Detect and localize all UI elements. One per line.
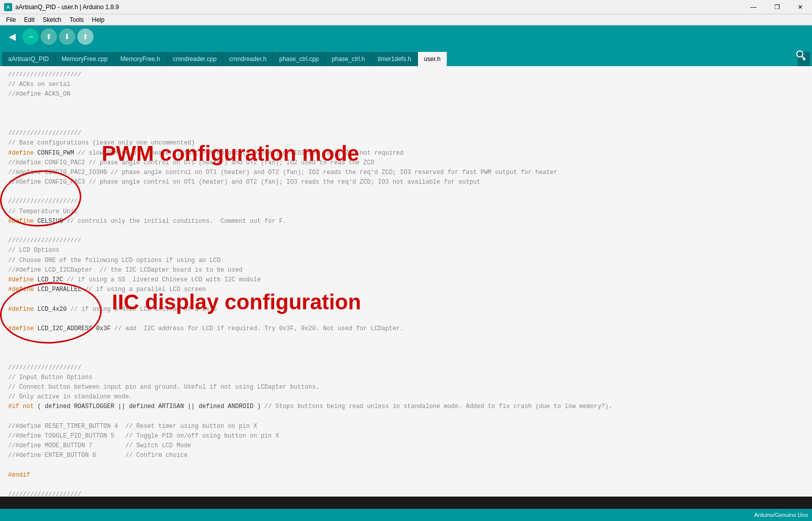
window-controls: — ❐ ✕: [742, 0, 812, 14]
statusbar: Arduino/Genuino Uno: [0, 509, 812, 521]
search-icon[interactable]: [796, 50, 806, 63]
tab-memoryfree-cpp[interactable]: MemoryFree.cpp: [55, 52, 114, 66]
menu-tools[interactable]: Tools: [66, 15, 88, 24]
tab-memoryfree-h[interactable]: MemoryFree.h: [114, 52, 167, 66]
tab-phase-ctrl-h[interactable]: phase_ctrl.h: [325, 52, 371, 66]
tab-timer1defs-h[interactable]: timer1defs.h: [372, 52, 418, 66]
code-editor[interactable]: PWM configuration mode IIC display confi…: [0, 66, 812, 497]
minimize-button[interactable]: —: [742, 0, 765, 14]
tab-cmndreader-cpp[interactable]: cmndreader.cpp: [167, 52, 223, 66]
code-content: //////////////////// // ACKs on serial /…: [0, 66, 812, 497]
upload-button[interactable]: ⬆: [41, 28, 57, 45]
svg-line-1: [802, 56, 805, 60]
tab-user-h[interactable]: user.h: [418, 52, 447, 66]
serial-button[interactable]: ⬆: [77, 28, 94, 45]
board-label: Arduino/Genuino Uno: [754, 512, 808, 518]
window-title: aArtisanQ_PID - user.h | Arduino 1.8.9: [15, 4, 808, 11]
tabs: aArtisanQ_PID MemoryFree.cpp MemoryFree.…: [0, 48, 812, 66]
tab-cmndreader-h[interactable]: cmndreader.h: [223, 52, 273, 66]
menu-file[interactable]: File: [2, 15, 20, 24]
forward-button[interactable]: →: [22, 28, 39, 45]
menu-edit[interactable]: Edit: [20, 15, 39, 24]
bottom-bar: [0, 497, 812, 509]
close-button[interactable]: ✕: [789, 0, 812, 14]
back-button[interactable]: ◀: [4, 28, 20, 45]
tab-aartisanq-pid[interactable]: aArtisanQ_PID: [2, 52, 55, 66]
tab-phase-ctrl-cpp[interactable]: phase_ctrl.cpp: [273, 52, 325, 66]
menubar: File Edit Sketch Tools Help: [0, 14, 812, 25]
download-button[interactable]: ⬇: [59, 28, 75, 45]
toolbar: ◀ → ⬆ ⬇ ⬆: [0, 25, 812, 48]
app-icon: A: [4, 3, 12, 11]
menu-help[interactable]: Help: [88, 15, 109, 24]
titlebar: A aArtisanQ_PID - user.h | Arduino 1.8.9…: [0, 0, 812, 14]
menu-sketch[interactable]: Sketch: [39, 15, 66, 24]
restore-button[interactable]: ❐: [765, 0, 789, 14]
svg-point-0: [797, 51, 803, 57]
